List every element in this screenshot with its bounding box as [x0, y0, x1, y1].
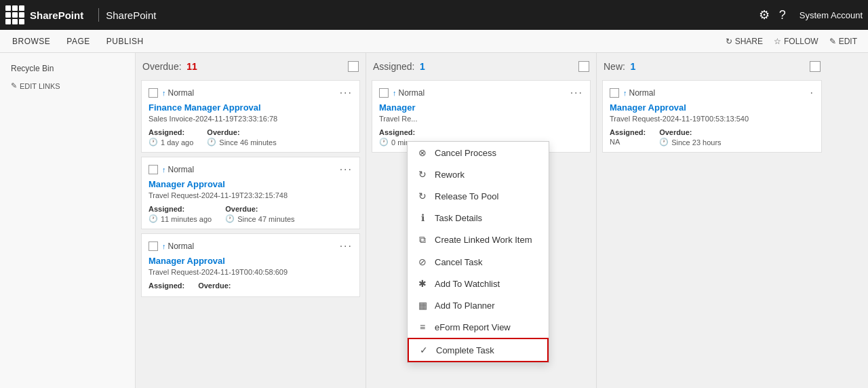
edit-label: EDIT: [839, 37, 857, 46]
follow-button[interactable]: ☆ FOLLOW: [774, 37, 818, 46]
cancel-task-label: Cancel Task: [435, 257, 483, 267]
menu-item-release-pool[interactable]: ↻ Release To Pool: [408, 185, 549, 207]
assigned-label-n1: Assigned:: [610, 128, 646, 136]
priority-arrow-a1: ↑: [393, 89, 397, 97]
card-overdue-3: Overdue:: [198, 282, 231, 291]
card-more-btn-2[interactable]: ···: [340, 164, 353, 175]
overdue-value-n1: 🕐 Since 23 hours: [659, 138, 721, 147]
assigned-time-2: 11 minutes ago: [161, 215, 212, 223]
card-more-btn-1[interactable]: ···: [340, 88, 353, 98]
overdue-value-1: 🕐 Since 46 minutes: [207, 138, 276, 147]
sidebar-item-recycle-bin[interactable]: Recycle Bin: [0, 60, 135, 77]
priority-label-3: Normal: [168, 241, 195, 251]
edit-button[interactable]: ✎ EDIT: [829, 37, 857, 46]
column-assigned: Assigned: 1 ↑ Normal ···: [366, 53, 597, 388]
card-more-btn-n1[interactable]: ·: [810, 88, 814, 98]
task-details-icon: ℹ: [417, 212, 428, 223]
share-label: SHARE: [735, 37, 763, 46]
card-header-left-n1: ↑ Normal: [610, 88, 655, 98]
card-header-a1: ↑ Normal ···: [379, 88, 583, 98]
tab-publish[interactable]: PUBLISH: [105, 33, 145, 50]
priority-badge-3: ↑ Normal: [162, 241, 194, 251]
column-header-new: New: 1: [602, 58, 822, 75]
overdue-time-n1: Since 23 hours: [671, 138, 721, 147]
menu-item-eform-report[interactable]: ≡ eForm Report View: [408, 316, 549, 338]
tab-page[interactable]: PAGE: [65, 33, 91, 50]
task-card-manager-approval-1: ↑ Normal ··· Manager Approval Travel Req…: [141, 157, 360, 229]
overdue-time-2: Since 47 minutes: [237, 215, 294, 223]
card-header-left-2: ↑ Normal: [149, 165, 194, 174]
complete-task-label: Complete Task: [436, 345, 494, 355]
card-header-left-1: ↑ Normal: [149, 88, 194, 98]
assigned-select-all-checkbox[interactable]: [578, 61, 589, 72]
add-watchlist-icon: ✱: [417, 278, 428, 289]
gear-icon[interactable]: ⚙: [759, 7, 770, 22]
card-checkbox-1[interactable]: [149, 88, 158, 98]
menu-item-task-details[interactable]: ℹ Task Details: [408, 207, 549, 229]
overdue-time-1: Since 46 minutes: [219, 138, 276, 147]
card-subtitle-1: Sales Invoice-2024-11-19T23:33:16:78: [149, 115, 353, 123]
card-header-n1: ↑ Normal ·: [610, 88, 814, 98]
priority-badge-2: ↑ Normal: [162, 165, 194, 174]
clock-icon-overdue-1: 🕐: [207, 138, 216, 147]
add-watchlist-label: Add To Watchlist: [435, 279, 500, 289]
share-button[interactable]: ↻ SHARE: [726, 37, 763, 46]
top-navigation: SharePoint SharePoint ⚙ ? System Account: [0, 0, 868, 30]
create-linked-label: Create Linked Work Item: [435, 235, 532, 245]
priority-arrow-n1: ↑: [623, 89, 627, 97]
menu-item-cancel-task[interactable]: ⊘ Cancel Task: [408, 251, 549, 273]
add-planner-label: Add To Planner: [435, 300, 495, 311]
overdue-label-1: Overdue:: [207, 128, 276, 136]
sidebar-item-edit-links[interactable]: ✎ EDIT LINKS: [0, 77, 135, 94]
cancel-process-icon: ⊗: [417, 147, 428, 158]
new-select-all-checkbox[interactable]: [810, 61, 821, 72]
menu-item-add-watchlist[interactable]: ✱ Add To Watchlist: [408, 273, 549, 294]
card-checkbox-2[interactable]: [149, 165, 158, 174]
card-overdue-2: Overdue: 🕐 Since 47 minutes: [225, 205, 294, 223]
overdue-label-2: Overdue:: [225, 205, 294, 213]
overdue-value-2: 🕐 Since 47 minutes: [225, 214, 294, 223]
rework-icon: ↻: [417, 169, 428, 180]
menu-item-complete-task[interactable]: ✓ Complete Task: [408, 338, 549, 362]
card-more-btn-3[interactable]: ···: [340, 241, 353, 252]
clock-icon-a1: 🕐: [379, 138, 389, 147]
card-title-3[interactable]: Manager Approval: [149, 256, 353, 266]
site-name: SharePoint: [106, 9, 156, 21]
clock-icon-1: 🕐: [149, 138, 158, 147]
card-title-a1[interactable]: Manager: [379, 102, 583, 113]
overdue-label-n1: Overdue:: [659, 128, 721, 136]
overdue-select-all-checkbox[interactable]: [348, 61, 359, 72]
rework-label: Rework: [435, 170, 465, 180]
column-title-overdue: Overdue: 11: [142, 61, 197, 72]
card-title-1[interactable]: Finance Manager Approval: [149, 102, 353, 113]
card-title-2[interactable]: Manager Approval: [149, 179, 353, 189]
clock-icon-n1: 🕐: [659, 138, 669, 147]
waffle-menu[interactable]: [5, 5, 24, 24]
card-more-btn-a1[interactable]: ···: [570, 88, 583, 98]
card-subtitle-3: Travel Request-2024-11-19T00:40:58:609: [149, 268, 353, 276]
user-account[interactable]: System Account: [800, 10, 863, 20]
follow-icon: ☆: [774, 37, 781, 46]
card-assigned-3: Assigned:: [149, 282, 184, 291]
assigned-label-3: Assigned:: [149, 282, 184, 290]
menu-item-create-linked[interactable]: ⧉ Create Linked Work Item: [408, 229, 549, 251]
menu-item-rework[interactable]: ↻ Rework: [408, 163, 549, 185]
assigned-label-1: Assigned:: [149, 128, 193, 136]
card-header-3: ↑ Normal ···: [149, 241, 353, 252]
help-icon[interactable]: ?: [779, 8, 786, 22]
card-checkbox-3[interactable]: [149, 241, 158, 251]
card-title-n1[interactable]: Manager Approval: [610, 102, 814, 113]
add-planner-icon: ▦: [417, 300, 428, 311]
card-assigned-1: Assigned: 🕐 1 day ago: [149, 128, 193, 147]
tab-browse[interactable]: BROWSE: [11, 33, 52, 50]
context-menu: ⊗ Cancel Process ↻ Rework ↻ Release To P…: [407, 141, 549, 363]
task-card-finance-manager: ↑ Normal ··· Finance Manager Approval Sa…: [141, 80, 360, 153]
clock-icon-2: 🕐: [149, 214, 158, 223]
column-overdue: Overdue: 11 ↑ Normal ···: [136, 53, 366, 388]
card-overdue-n1: Overdue: 🕐 Since 23 hours: [659, 128, 721, 147]
card-checkbox-a1[interactable]: [379, 88, 389, 98]
priority-label-n1: Normal: [629, 88, 656, 98]
menu-item-cancel-process[interactable]: ⊗ Cancel Process: [408, 142, 549, 163]
card-checkbox-n1[interactable]: [610, 88, 619, 98]
menu-item-add-planner[interactable]: ▦ Add To Planner: [408, 294, 549, 316]
